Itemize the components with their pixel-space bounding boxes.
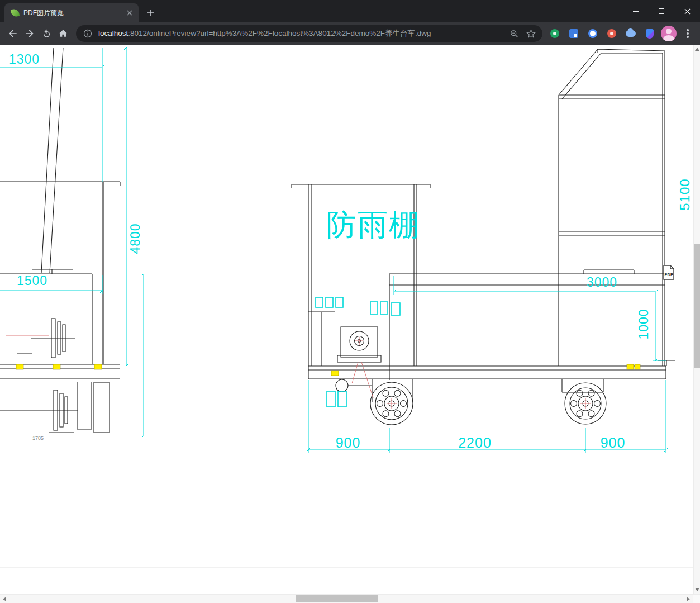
extension-green-icon[interactable] <box>547 26 563 41</box>
page-content: 1300 4800 1500 防雨棚 3000 1000 5100 900 22… <box>0 45 693 594</box>
tab-title: PDF图片预览 <box>23 8 121 18</box>
tab-favicon-leaf-icon <box>11 8 20 18</box>
scrollbar-corner <box>693 595 700 603</box>
reload-button[interactable] <box>38 25 55 42</box>
dim-axle-left: 900 <box>336 435 361 450</box>
browser-tab[interactable]: PDF图片预览 <box>4 3 139 22</box>
window-titlebar: PDF图片预览 <box>0 0 700 22</box>
scroll-left-arrow-icon[interactable] <box>3 597 6 601</box>
page-info-icon[interactable] <box>82 27 94 40</box>
dim-axle-right: 900 <box>601 435 626 450</box>
scroll-up-arrow-icon[interactable] <box>695 48 699 51</box>
vertical-scrollbar-thumb[interactable] <box>694 244 700 368</box>
profile-avatar[interactable] <box>661 26 677 41</box>
extension-red-icon[interactable] <box>604 26 620 41</box>
address-bar[interactable]: localhost:8012/onlinePreview?url=http%3A… <box>76 25 542 42</box>
window-minimize-button[interactable] <box>623 0 649 22</box>
minimize-icon <box>633 11 639 12</box>
dim-platform-width: 3000 <box>587 275 617 289</box>
back-button[interactable] <box>4 25 21 42</box>
url-path: :8012/onlinePreview?url=http%3A%2F%2Floc… <box>128 29 431 37</box>
extensions-area <box>547 26 658 41</box>
horizontal-scrollbar-thumb[interactable] <box>296 595 378 602</box>
pdf-file-icon[interactable]: PDF <box>663 265 675 280</box>
close-icon <box>684 8 691 15</box>
dim-axle-span: 2200 <box>458 435 492 450</box>
vertical-scrollbar[interactable] <box>693 45 700 594</box>
cad-leader-lines <box>6 336 591 409</box>
tab-close-icon[interactable] <box>125 8 134 17</box>
extension-cloud-icon[interactable] <box>623 26 639 41</box>
dim-top-left-width: 1300 <box>9 52 40 67</box>
forward-button[interactable] <box>21 25 38 42</box>
home-button[interactable] <box>55 25 72 42</box>
forward-icon <box>24 28 35 39</box>
zoom-icon[interactable] <box>508 27 520 40</box>
dim-right-height: 5100 <box>677 178 692 210</box>
scroll-right-arrow-icon[interactable] <box>687 597 690 601</box>
pdf-icon-label: PDF <box>665 272 673 277</box>
dim-platform-height: 1000 <box>636 308 651 339</box>
shelter-label: 防雨棚 <box>326 208 420 241</box>
browser-toolbar: localhost:8012/onlinePreview?url=http%3A… <box>0 22 700 45</box>
reload-icon <box>41 29 52 39</box>
dim-left-width: 1500 <box>17 273 47 288</box>
cad-drawing: 1300 4800 1500 防雨棚 3000 1000 5100 900 22… <box>0 45 693 594</box>
browser-menu-button[interactable] <box>680 26 696 41</box>
bookmark-star-icon[interactable] <box>525 27 537 40</box>
dim-left-height: 4800 <box>128 223 142 254</box>
window-controls <box>623 0 700 22</box>
new-tab-button[interactable] <box>143 5 159 21</box>
url-host: localhost <box>98 29 128 37</box>
window-maximize-button[interactable] <box>649 0 674 22</box>
scroll-down-arrow-icon[interactable] <box>695 588 699 591</box>
maximize-icon <box>659 8 664 14</box>
extension-ring-icon[interactable] <box>585 26 601 41</box>
extension-translate-icon[interactable] <box>566 26 582 41</box>
back-icon <box>7 28 18 39</box>
home-icon <box>58 28 69 39</box>
horizontal-scrollbar[interactable] <box>0 594 700 603</box>
window-close-button[interactable] <box>674 0 700 22</box>
extension-shield-icon[interactable] <box>642 26 658 41</box>
url-text[interactable]: localhost:8012/onlinePreview?url=http%3A… <box>98 29 503 39</box>
dim-left-lower: 1785 <box>32 435 44 441</box>
